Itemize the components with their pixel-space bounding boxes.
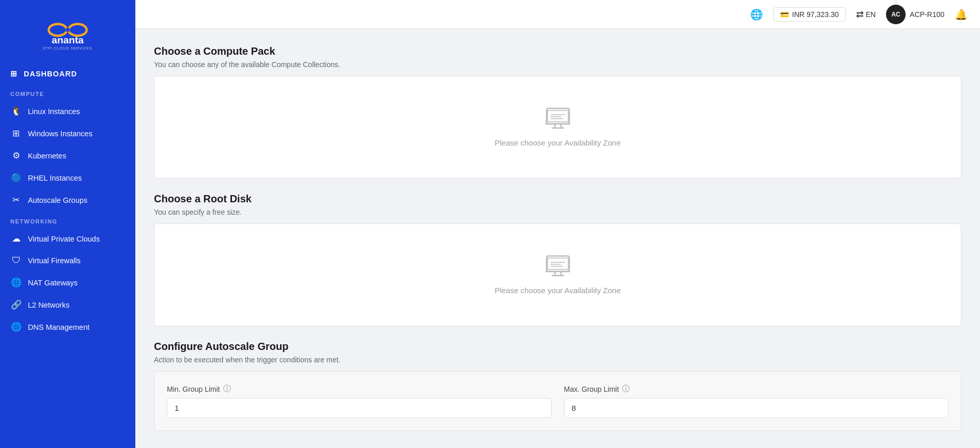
windows-icon: ⊞ bbox=[10, 128, 22, 139]
svg-point-1 bbox=[69, 24, 87, 36]
autoscale-desc: Action to be executed when the trigger c… bbox=[154, 356, 961, 364]
credit-card-icon: 💳 bbox=[780, 10, 789, 19]
logo-area: ananta STPI CLOUD SERVICES bbox=[0, 0, 135, 64]
brand-logo: ananta STPI CLOUD SERVICES bbox=[32, 12, 104, 54]
balance-display: 💳 INR 97,323.30 bbox=[773, 7, 845, 22]
sidebar-item-virtual-firewalls[interactable]: 🛡 Virtual Firewalls bbox=[0, 250, 135, 271]
linux-icon: 🐧 bbox=[10, 106, 22, 117]
autoscale-icon: ✂ bbox=[10, 195, 22, 205]
max-info-icon[interactable]: ⓘ bbox=[622, 384, 630, 394]
rhel-icon: 🔵 bbox=[10, 172, 22, 183]
monitor-icon bbox=[545, 107, 571, 130]
root-disk-monitor-icon bbox=[545, 255, 571, 278]
svg-rect-2 bbox=[66, 28, 70, 31]
svg-point-0 bbox=[49, 24, 67, 36]
min-group-limit-input[interactable] bbox=[167, 398, 552, 418]
sidebar-item-virtual-private-clouds[interactable]: ☁ Virtual Private Clouds bbox=[0, 228, 135, 250]
root-disk-placeholder: Please choose your Availability Zone bbox=[494, 286, 620, 295]
min-group-limit-label: Min. Group Limit ⓘ bbox=[167, 384, 552, 394]
section-label-networking: NETWORKING bbox=[0, 211, 135, 228]
global-icon[interactable]: 🌐 bbox=[750, 8, 763, 21]
topbar: 🌐 💳 INR 97,323.30 ⇄ EN AC ACP-R100 🔔 bbox=[135, 0, 980, 29]
max-group-limit-field: Max. Group Limit ⓘ bbox=[564, 384, 949, 418]
min-group-limit-field: Min. Group Limit ⓘ bbox=[167, 384, 552, 418]
vpc-icon: ☁ bbox=[10, 233, 22, 244]
kubernetes-icon: ⚙ bbox=[10, 150, 22, 161]
sidebar-item-autoscale-groups[interactable]: ✂ Autoscale Groups bbox=[0, 189, 135, 211]
avatar-initials: AC bbox=[891, 11, 900, 18]
sidebar-item-linux-instances[interactable]: 🐧 Linux Instances bbox=[0, 100, 135, 122]
firewall-icon: 🛡 bbox=[10, 255, 22, 266]
section-label-compute: COMPUTE bbox=[0, 84, 135, 100]
l2-icon: 🔗 bbox=[10, 299, 22, 310]
user-menu[interactable]: AC ACP-R100 bbox=[886, 5, 944, 24]
sidebar-item-dashboard[interactable]: ⊞ DASHBOARD bbox=[0, 64, 135, 84]
group-limits-row: Min. Group Limit ⓘ Max. Group Limit ⓘ bbox=[167, 384, 948, 418]
root-disk-card: Please choose your Availability Zone bbox=[154, 223, 961, 326]
min-info-icon[interactable]: ⓘ bbox=[223, 384, 231, 394]
nat-icon: 🌐 bbox=[10, 277, 22, 288]
max-group-limit-label: Max. Group Limit ⓘ bbox=[564, 384, 949, 394]
max-group-limit-input[interactable] bbox=[564, 398, 949, 418]
compute-pack-placeholder: Please choose your Availability Zone bbox=[494, 138, 620, 147]
main-content: Choose a Compute Pack You can choose any… bbox=[135, 29, 980, 448]
svg-rect-16 bbox=[548, 258, 568, 269]
language-selector[interactable]: ⇄ EN bbox=[856, 9, 876, 20]
dns-icon: 🌐 bbox=[10, 322, 22, 332]
compute-pack-card: Please choose your Availability Zone bbox=[154, 76, 961, 179]
translate-icon: ⇄ bbox=[856, 9, 864, 20]
compute-pack-desc: You can choose any of the available Comp… bbox=[154, 60, 961, 69]
sidebar-item-dns-management[interactable]: 🌐 DNS Management bbox=[0, 316, 135, 338]
autoscale-title: Configure Autoscale Group bbox=[154, 341, 961, 353]
sidebar-item-l2-networks[interactable]: 🔗 L2 Networks bbox=[0, 294, 135, 316]
root-disk-section: Choose a Root Disk You can specify a fre… bbox=[154, 193, 961, 326]
root-disk-title: Choose a Root Disk bbox=[154, 193, 961, 205]
svg-rect-7 bbox=[548, 110, 568, 122]
sidebar-item-kubernetes[interactable]: ⚙ Kubernetes bbox=[0, 145, 135, 167]
username-label: ACP-R100 bbox=[910, 10, 944, 19]
autoscale-form-card: Min. Group Limit ⓘ Max. Group Limit ⓘ bbox=[154, 371, 961, 431]
main-area: 🌐 💳 INR 97,323.30 ⇄ EN AC ACP-R100 🔔 Cho… bbox=[135, 0, 980, 448]
sidebar-item-windows-instances[interactable]: ⊞ Windows Instances bbox=[0, 122, 135, 145]
svg-text:ananta: ananta bbox=[52, 35, 84, 45]
sidebar: ananta STPI CLOUD SERVICES ⊞ DASHBOARD C… bbox=[0, 0, 135, 448]
compute-pack-section: Choose a Compute Pack You can choose any… bbox=[154, 45, 961, 179]
avatar: AC bbox=[886, 5, 906, 24]
sidebar-item-rhel-instances[interactable]: 🔵 RHEL Instances bbox=[0, 167, 135, 189]
root-disk-desc: You can specify a free size. bbox=[154, 208, 961, 216]
svg-text:STPI CLOUD SERVICES: STPI CLOUD SERVICES bbox=[43, 46, 92, 50]
compute-pack-title: Choose a Compute Pack bbox=[154, 45, 961, 57]
autoscale-section: Configure Autoscale Group Action to be e… bbox=[154, 341, 961, 431]
sidebar-item-nat-gateways[interactable]: 🌐 NAT Gateways bbox=[0, 271, 135, 294]
dashboard-icon: ⊞ bbox=[10, 70, 18, 78]
notifications-bell-icon[interactable]: 🔔 bbox=[955, 8, 968, 21]
